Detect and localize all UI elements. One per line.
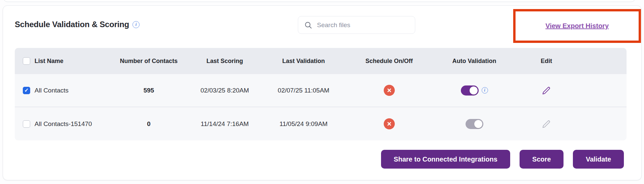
header-last-scoring: Last Scoring [186,58,263,65]
search-box[interactable] [298,16,415,34]
last-scoring-date: 02/03/25 8:20AM [186,87,263,94]
toggle-knob [470,86,478,95]
share-to-integrations-button[interactable]: Share to Connected Integrations [381,150,510,169]
score-button[interactable]: Score [520,150,564,169]
validate-button[interactable]: Validate [573,150,624,169]
schedule-table: List Name Number of Contacts Last Scorin… [15,48,627,140]
last-validation-date: 02/07/25 11:05AM [263,87,344,94]
auto-validation-toggle[interactable] [466,119,483,129]
contacts-count: 0 [111,120,186,128]
schedule-off-error-icon [384,85,395,96]
edit-pencil-icon[interactable] [542,86,551,95]
contacts-count: 595 [111,87,186,94]
row-checkbox[interactable] [23,120,30,128]
annotation-highlight-box: View Export History [513,9,641,43]
page-title-text: Schedule Validation & Scoring [15,20,129,29]
header-auto-validation: Auto Validation [434,58,515,65]
list-name: All Contacts [35,87,68,94]
select-all-checkbox[interactable] [23,57,30,65]
auto-validation-toggle[interactable] [461,85,479,96]
info-icon[interactable] [132,21,140,28]
info-icon[interactable] [482,87,488,94]
previous-section-edge [3,0,635,2]
toggle-knob [474,120,482,128]
search-icon [304,21,312,29]
table-row: All Contacts-151470 0 11/14/24 7:16AM 11… [15,107,627,140]
header-edit: Edit [515,58,578,65]
schedule-off-error-icon [384,118,395,129]
header-last-validation: Last Validation [263,58,344,65]
header-schedule-on-off: Schedule On/Off [344,58,434,65]
table-header-row: List Name Number of Contacts Last Scorin… [15,48,627,74]
last-validation-date: 11/05/24 9:09AM [263,120,344,128]
header-number-of-contacts: Number of Contacts [111,58,186,65]
view-export-history-link[interactable]: View Export History [545,22,609,30]
last-scoring-date: 11/14/24 7:16AM [186,120,263,128]
schedule-validation-card: Schedule Validation & Scoring View Expor… [3,5,642,180]
row-checkbox[interactable] [23,87,30,94]
list-name: All Contacts-151470 [35,120,92,128]
page: Schedule Validation & Scoring View Expor… [0,0,644,184]
edit-pencil-icon [542,119,551,129]
page-title: Schedule Validation & Scoring [15,20,140,29]
table-row: All Contacts 595 02/03/25 8:20AM 02/07/2… [15,74,627,107]
action-buttons: Share to Connected Integrations Score Va… [381,150,624,169]
search-input[interactable] [317,21,409,29]
header-list-name: List Name [35,58,63,65]
